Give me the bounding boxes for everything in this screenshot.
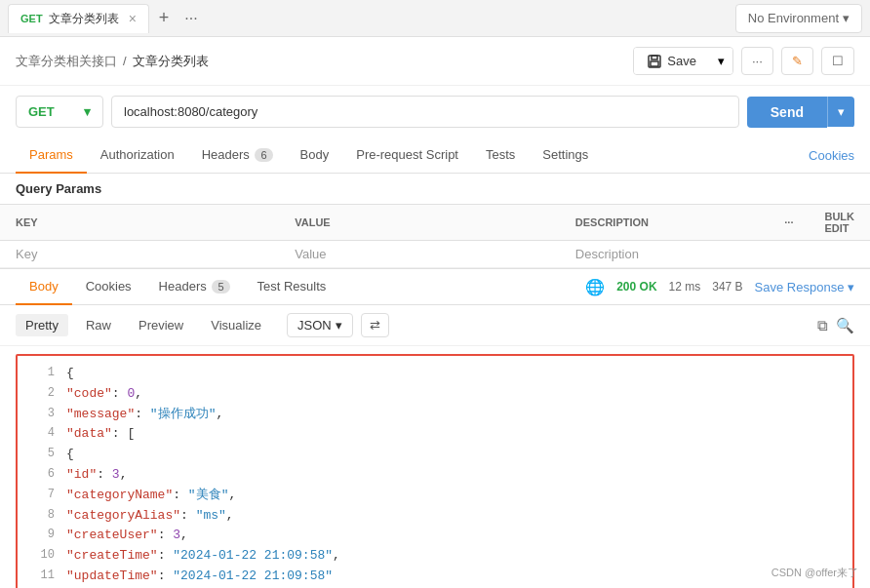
- json-key: "id": [66, 467, 97, 482]
- tab-method-badge: GET: [20, 13, 43, 24]
- line-content: {: [66, 445, 74, 465]
- resp-tab-cookies[interactable]: Cookies: [72, 269, 145, 305]
- save-button[interactable]: Save: [634, 48, 710, 74]
- method-selector[interactable]: GET ▾: [16, 96, 103, 128]
- wrap-button[interactable]: ⇄: [361, 313, 389, 337]
- param-desc-cell[interactable]: Description: [560, 241, 766, 268]
- add-tab-button[interactable]: +: [153, 8, 176, 28]
- json-punctuation: :: [173, 488, 188, 502]
- save-button-group: Save ▾: [633, 47, 733, 75]
- breadcrumb-parent[interactable]: 文章分类相关接口: [16, 53, 117, 70]
- search-icon[interactable]: 🔍: [836, 317, 854, 334]
- query-params-section: Query Params KEY VALUE DESCRIPTION ··· B…: [0, 174, 870, 268]
- resp-tab-body[interactable]: Body: [16, 269, 72, 305]
- svg-rect-2: [651, 61, 658, 66]
- format-type-selector[interactable]: JSON ▾: [287, 313, 353, 337]
- json-string: "2024-01-22 21:09:58": [173, 548, 333, 563]
- tab-more-button[interactable]: ···: [178, 10, 203, 27]
- json-key: "categoryAlias": [66, 508, 180, 523]
- param-bulkedit-cell: [809, 241, 870, 268]
- response-header: Body Cookies Headers 5 Test Results 🌐 20…: [0, 268, 870, 305]
- line-content: "categoryAlias": "ms",: [66, 506, 234, 527]
- tab-authorization[interactable]: Authorization: [87, 137, 188, 174]
- breadcrumb-sep: /: [123, 54, 127, 68]
- json-key: "message": [66, 407, 135, 421]
- resp-tab-headers[interactable]: Headers 5: [145, 269, 244, 305]
- line-content: "categoryName": "美食",: [66, 486, 236, 506]
- json-punctuation: {: [66, 366, 74, 380]
- tab-settings[interactable]: Settings: [529, 137, 602, 174]
- url-input[interactable]: [111, 96, 739, 128]
- json-punctuation: :: [158, 528, 174, 542]
- save-dropdown-button[interactable]: ▾: [710, 48, 732, 74]
- resp-tab-test-results[interactable]: Test Results: [244, 269, 340, 305]
- json-punctuation: :: [180, 508, 196, 523]
- copy-icon[interactable]: ⧉: [817, 317, 828, 334]
- top-toolbar: 文章分类相关接口 / 文章分类列表 Save ▾ ··· ✎ ☐: [0, 37, 870, 86]
- url-bar: GET ▾ Send ▾: [0, 86, 870, 137]
- breadcrumb: 文章分类相关接口 / 文章分类列表: [16, 53, 209, 70]
- json-line: 3 "message": "操作成功",: [18, 405, 852, 425]
- json-punctuation: ,: [180, 528, 188, 542]
- line-number: 4: [25, 424, 55, 445]
- json-punctuation: ,: [333, 548, 340, 563]
- param-key-cell[interactable]: Key: [0, 241, 279, 268]
- format-bar: Pretty Raw Preview Visualize JSON ▾ ⇄ ⧉ …: [0, 305, 870, 346]
- json-punctuation: {: [66, 447, 74, 461]
- tab-body[interactable]: Body: [287, 137, 343, 174]
- json-line: 9 "createUser": 3,: [18, 526, 852, 546]
- save-icon: [648, 55, 661, 68]
- toolbar-right: Save ▾ ··· ✎ ☐: [633, 47, 854, 75]
- save-response-button[interactable]: Save Response ▾: [755, 280, 854, 294]
- json-key: "createUser": [66, 528, 158, 542]
- col-desc-header: DESCRIPTION: [560, 205, 766, 241]
- json-string: "美食": [188, 488, 229, 502]
- json-key: "categoryName": [66, 488, 173, 502]
- tab-prerequest[interactable]: Pre-request Script: [342, 137, 472, 174]
- send-button[interactable]: Send: [747, 97, 827, 128]
- json-string: "2024-01-22 21:09:58": [173, 568, 333, 583]
- json-punctuation: ,: [216, 407, 223, 421]
- line-content: "id": 3,: [66, 465, 127, 486]
- col-more-header: ···: [766, 205, 809, 241]
- json-punctuation: :: [112, 386, 128, 401]
- svg-rect-1: [652, 56, 657, 59]
- line-number: 1: [25, 364, 55, 384]
- line-content: "message": "操作成功",: [66, 405, 223, 425]
- cookies-link[interactable]: Cookies: [809, 148, 854, 163]
- line-number: 11: [25, 567, 55, 587]
- line-number: 10: [25, 546, 55, 567]
- status-code: 200 OK: [616, 280, 656, 294]
- environment-selector[interactable]: No Environment ▾: [735, 4, 862, 33]
- param-value-cell[interactable]: Value: [279, 241, 560, 268]
- toolbar-more-button[interactable]: ···: [741, 47, 773, 75]
- format-preview-button[interactable]: Preview: [129, 314, 193, 336]
- json-key: "createTime": [66, 548, 158, 563]
- format-pretty-button[interactable]: Pretty: [16, 314, 68, 336]
- send-dropdown-button[interactable]: ▾: [827, 97, 854, 127]
- tab-headers[interactable]: Headers 6: [188, 137, 287, 174]
- edit-button[interactable]: ✎: [781, 47, 813, 75]
- line-content: "createTime": "2024-01-22 21:09:58",: [66, 546, 340, 567]
- tab-title: 文章分类列表: [49, 11, 119, 27]
- request-tabs: Params Authorization Headers 6 Body Pre-…: [0, 137, 870, 174]
- json-number: 3: [112, 467, 120, 482]
- format-visualize-button[interactable]: Visualize: [201, 314, 271, 336]
- tab-tests[interactable]: Tests: [472, 137, 529, 174]
- line-number: 2: [25, 384, 55, 405]
- json-string: "ms": [196, 508, 226, 523]
- bulk-edit-header[interactable]: Bulk Edit: [809, 205, 870, 241]
- json-punctuation: :: [158, 568, 174, 583]
- tab-params[interactable]: Params: [16, 137, 87, 174]
- response-size: 347 B: [712, 280, 742, 294]
- close-tab-button[interactable]: ×: [129, 11, 137, 26]
- json-punctuation: :: [135, 407, 150, 421]
- query-params-title: Query Params: [0, 174, 870, 204]
- line-number: 9: [25, 526, 55, 546]
- comment-button[interactable]: ☐: [821, 47, 854, 75]
- headers-badge: 6: [255, 148, 272, 162]
- json-key: "data": [66, 426, 112, 441]
- format-raw-button[interactable]: Raw: [76, 314, 121, 336]
- json-string: "操作成功": [150, 407, 217, 421]
- active-tab[interactable]: GET 文章分类列表 ×: [8, 4, 149, 33]
